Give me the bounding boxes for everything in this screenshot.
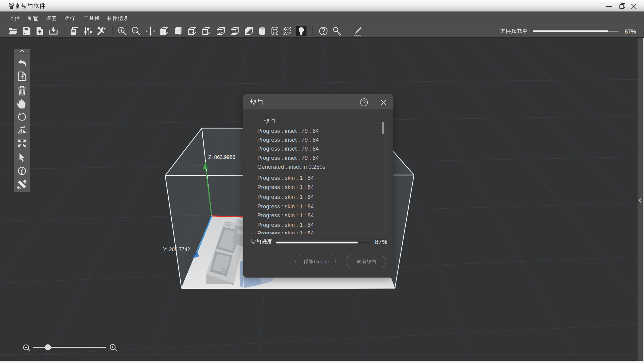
svg-text:Z: 863.9986: Z: 863.9986: [208, 154, 235, 160]
svg-text:Y: 208.7742: Y: 208.7742: [163, 247, 190, 252]
